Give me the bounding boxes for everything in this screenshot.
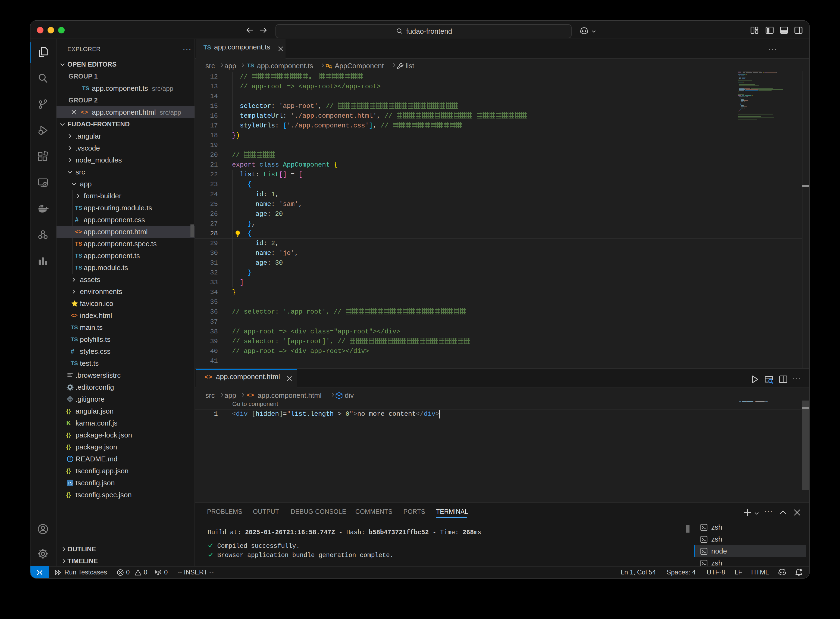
svg-text:TS: TS	[68, 481, 73, 485]
